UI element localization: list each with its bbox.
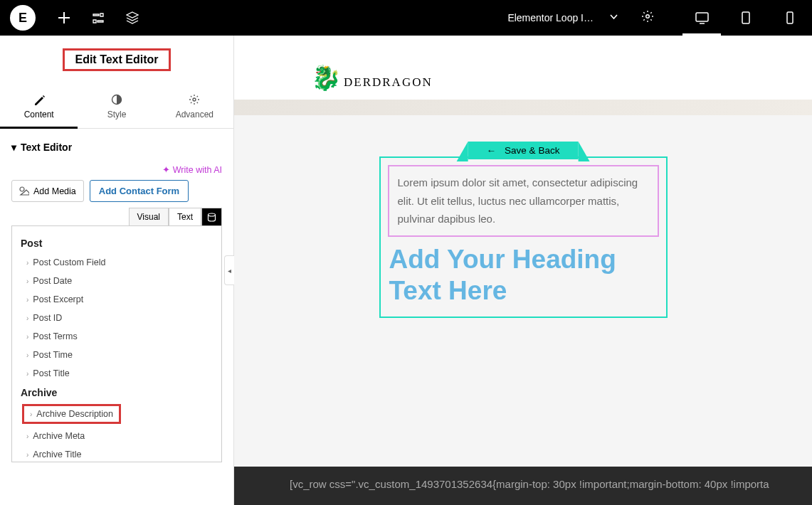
collapse-sidebar-icon[interactable]: ◂: [224, 255, 234, 285]
sidebar: Edit Text Editor Content Style Advanced …: [0, 36, 234, 505]
tab-label: Style: [107, 110, 127, 119]
canvas: 🐉 DERDRAGON ← Save & Back Lorem ipsum do…: [234, 36, 812, 505]
dd-item-post-custom-field[interactable]: ›Post Custom Field: [21, 253, 213, 272]
topbar-left: E: [0, 0, 149, 36]
dynamic-dropdown: Post ›Post Custom Field ›Post Date ›Post…: [11, 225, 222, 462]
chevron-right-icon: ›: [26, 432, 28, 440]
dd-item-post-id[interactable]: ›Post ID: [21, 309, 213, 327]
dd-item-post-title[interactable]: ›Post Title: [21, 364, 213, 383]
dd-item-post-terms[interactable]: ›Post Terms: [21, 327, 213, 346]
document-title: Elementor Loop I…: [507, 12, 599, 23]
dd-item-post-excerpt[interactable]: ›Post Excerpt: [21, 290, 213, 309]
svg-rect-1: [696, 13, 708, 21]
chevron-down-icon[interactable]: [599, 11, 628, 24]
svg-point-7: [209, 213, 216, 216]
dd-item-archive-title[interactable]: ›Archive Title: [21, 445, 213, 462]
arrow-left-icon: ←: [487, 145, 497, 156]
save-back-button[interactable]: ← Save & Back: [468, 142, 579, 159]
chevron-right-icon: ›: [26, 451, 28, 459]
sidebar-header: Edit Text Editor: [0, 36, 233, 77]
desktop-icon[interactable]: [680, 0, 724, 36]
dragon-icon: 🐉: [311, 65, 341, 90]
svg-rect-2: [742, 12, 749, 23]
add-icon[interactable]: [47, 0, 81, 36]
banner-strip: [234, 100, 812, 115]
add-contact-form-button[interactable]: Add Contact Form: [90, 180, 189, 202]
save-back-label: Save & Back: [505, 145, 559, 156]
section-text-editor[interactable]: ▾ Text Editor: [0, 129, 233, 153]
chevron-right-icon: ›: [26, 314, 28, 322]
topbar-right: Elementor Loop I…: [507, 0, 812, 36]
topbar: E Elementor Loop I…: [0, 0, 812, 36]
panel-tabs: Content Style Advanced: [0, 84, 233, 129]
mobile-icon[interactable]: [768, 0, 812, 36]
chevron-right-icon: ›: [26, 296, 28, 304]
add-media-label: Add Media: [33, 186, 76, 196]
svg-point-5: [193, 98, 196, 101]
chevron-right-icon: ›: [30, 410, 32, 418]
add-media-button[interactable]: Add Media: [11, 180, 84, 202]
editor-subtabs: Visual Text: [0, 202, 233, 225]
widget-container[interactable]: Lorem ipsum dolor sit amet, consectetur …: [379, 156, 668, 318]
brand-text: DERDRAGON: [344, 75, 433, 90]
dynamic-tag-icon[interactable]: [201, 208, 222, 225]
svg-rect-3: [787, 12, 793, 23]
tab-label: Advanced: [176, 110, 213, 119]
dd-item-archive-description[interactable]: ›Archive Description: [22, 404, 121, 424]
settings-sliders-icon[interactable]: [81, 0, 115, 36]
footer-code: [vc_row css=".vc_custom_1493701352634{ma…: [234, 467, 812, 505]
svg-point-6: [20, 187, 24, 191]
tab-label: Content: [24, 110, 54, 119]
panel-title: Edit Text Editor: [63, 48, 170, 71]
dd-item-post-time[interactable]: ›Post Time: [21, 346, 213, 364]
device-switcher: [680, 0, 812, 36]
write-ai: Write with AI: [0, 153, 233, 180]
dd-item-post-date[interactable]: ›Post Date: [21, 272, 213, 290]
write-ai-link[interactable]: Write with AI: [162, 165, 222, 175]
chevron-right-icon: ›: [26, 277, 28, 285]
caret-down-icon: ▾: [11, 142, 16, 153]
dd-group-post: Post: [21, 233, 213, 253]
text-editor-widget[interactable]: Lorem ipsum dolor sit amet, consectetur …: [388, 165, 659, 237]
visual-tab[interactable]: Visual: [129, 208, 169, 225]
tablet-icon[interactable]: [724, 0, 768, 36]
brand-logo: 🐉 DERDRAGON: [311, 65, 433, 90]
canvas-header: 🐉 DERDRAGON: [234, 36, 812, 100]
gear-icon[interactable]: [628, 10, 667, 26]
dd-group-archive: Archive: [21, 383, 213, 403]
elementor-logo[interactable]: E: [10, 5, 36, 31]
tab-advanced[interactable]: Advanced: [156, 84, 233, 128]
chevron-right-icon: ›: [26, 333, 28, 341]
heading-widget[interactable]: Add Your Heading Text Here: [388, 237, 659, 310]
tab-content[interactable]: Content: [0, 84, 78, 128]
text-tab[interactable]: Text: [169, 208, 201, 225]
widget-wrap: ← Save & Back Lorem ipsum dolor sit amet…: [379, 156, 668, 318]
section-title: Text Editor: [21, 142, 72, 153]
tab-style[interactable]: Style: [78, 84, 155, 128]
layers-icon[interactable]: [115, 0, 149, 36]
chevron-right-icon: ›: [26, 351, 28, 359]
chevron-right-icon: ›: [26, 370, 28, 378]
chevron-right-icon: ›: [26, 259, 28, 267]
svg-point-0: [646, 15, 650, 18]
dd-item-archive-meta[interactable]: ›Archive Meta: [21, 427, 213, 445]
